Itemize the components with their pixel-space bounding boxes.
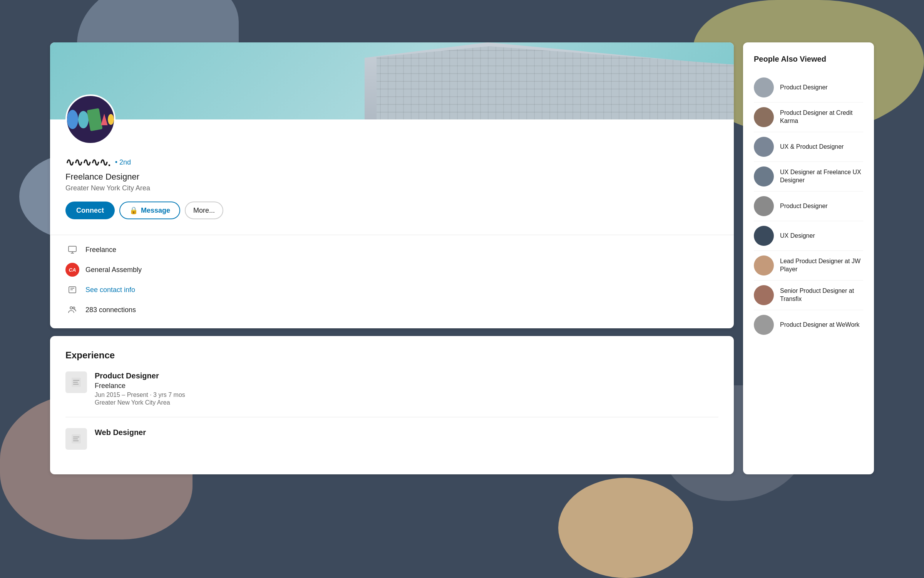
person-item-7[interactable]: Senior Product Designer at Transfix (754, 281, 863, 310)
person-name-5: UX Designer (780, 232, 815, 240)
exp-title-2: Web Designer (95, 428, 146, 437)
profile-title: Freelance Designer (65, 172, 718, 182)
profile-name-row: ∿∿∿∿∿. • 2nd (65, 156, 718, 169)
svg-rect-7 (73, 384, 79, 385)
svg-rect-11 (73, 440, 79, 441)
contact-link[interactable]: See contact info (85, 286, 135, 294)
person-avatar-3 (754, 166, 774, 187)
person-avatar-7 (754, 285, 774, 305)
freelance-row: Freelance (65, 243, 718, 257)
avatar (65, 94, 116, 144)
svg-rect-6 (73, 382, 78, 383)
avatar-shape-yellow (108, 114, 114, 125)
person-avatar-6 (754, 255, 774, 276)
person-item-5[interactable]: UX Designer (754, 221, 863, 251)
experience-title: Experience (65, 350, 718, 361)
connection-badge: • 2nd (115, 158, 131, 166)
more-button[interactable]: More... (185, 202, 223, 219)
contact-icon (65, 283, 79, 297)
profile-info: ∿∿∿∿∿. • 2nd Freelance Designer Greater … (50, 156, 734, 235)
svg-point-3 (73, 307, 75, 309)
person-item-6[interactable]: Lead Product Designer at JW Player (754, 251, 863, 281)
message-button[interactable]: 🔒 Message (119, 202, 180, 219)
profile-avatar-container (50, 94, 734, 156)
person-avatar-4 (754, 196, 774, 216)
exp-logo-1 (65, 371, 87, 393)
person-avatar-1 (754, 107, 774, 127)
person-avatar-2 (754, 137, 774, 157)
experience-card: Experience Product Designer Freelance Ju… (50, 336, 734, 474)
main-container: ∿∿∿∿∿. • 2nd Freelance Designer Greater … (50, 42, 874, 474)
people-also-viewed-title: People Also Viewed (754, 55, 863, 64)
svg-rect-9 (73, 437, 79, 437)
svg-rect-10 (73, 439, 78, 439)
person-avatar-8 (754, 315, 774, 335)
experience-item-1: Product Designer Freelance Jun 2015 – Pr… (65, 371, 718, 417)
avatar-shape-blue (67, 110, 78, 129)
company-label: General Assembly (85, 266, 142, 274)
connections-icon (65, 303, 79, 317)
person-name-0: Product Designer (780, 84, 828, 92)
contact-row[interactable]: See contact info (65, 283, 718, 297)
person-item-1[interactable]: Product Designer at Credit Karma (754, 102, 863, 132)
person-avatar-5 (754, 226, 774, 246)
exp-title-1: Product Designer (95, 371, 185, 380)
person-name-6: Lead Product Designer at JW Player (780, 257, 863, 274)
avatar-shape-green (87, 108, 102, 131)
profile-sidebar-info: Freelance CA General Assembly See contac… (50, 235, 734, 328)
person-item-0[interactable]: Product Designer (754, 73, 863, 102)
company-row: CA General Assembly (65, 263, 718, 277)
person-name-4: Product Designer (780, 202, 828, 210)
person-name-2: UX & Product Designer (780, 143, 844, 151)
profile-name: ∿∿∿∿∿. (65, 156, 110, 169)
person-name-8: Product Designer at WeWork (780, 321, 860, 329)
message-icon: 🔒 (129, 206, 138, 215)
svg-rect-5 (73, 380, 79, 381)
exp-location-1: Greater New York City Area (95, 399, 185, 406)
bg-blob-5 (558, 478, 693, 578)
connections-row: 283 connections (65, 303, 718, 317)
exp-details-2: Web Designer (95, 428, 146, 450)
exp-duration-1: Jun 2015 – Present · 3 yrs 7 mos (95, 391, 185, 398)
svg-point-2 (70, 307, 72, 309)
connections-label: 283 connections (85, 306, 136, 314)
exp-logo-2 (65, 428, 87, 450)
person-name-3: UX Designer at Freelance UX Designer (780, 168, 863, 185)
person-item-4[interactable]: Product Designer (754, 192, 863, 221)
exp-details-1: Product Designer Freelance Jun 2015 – Pr… (95, 371, 185, 406)
svg-rect-0 (69, 246, 76, 252)
avatar-shape-cyan (78, 111, 88, 128)
profile-location: Greater New York City Area (65, 184, 718, 192)
exp-company-1: Freelance (95, 382, 185, 390)
profile-card: ∿∿∿∿∿. • 2nd Freelance Designer Greater … (50, 42, 734, 328)
profile-actions: Connect 🔒 Message More... (65, 202, 718, 219)
person-name-7: Senior Product Designer at Transfix (780, 287, 863, 303)
person-item-2[interactable]: UX & Product Designer (754, 132, 863, 162)
person-item-3[interactable]: UX Designer at Freelance UX Designer (754, 162, 863, 192)
people-also-viewed-panel: People Also Viewed Product DesignerProdu… (743, 42, 874, 474)
freelance-label: Freelance (85, 246, 116, 254)
experience-item-2: Web Designer (65, 428, 718, 460)
person-item-8[interactable]: Product Designer at WeWork (754, 310, 863, 339)
avatar-shape-pink (101, 114, 108, 125)
person-avatar-0 (754, 77, 774, 97)
people-list: Product DesignerProduct Designer at Cred… (754, 73, 863, 339)
freelance-icon (65, 243, 79, 257)
profile-section: ∿∿∿∿∿. • 2nd Freelance Designer Greater … (50, 42, 734, 474)
person-name-1: Product Designer at Credit Karma (780, 109, 863, 125)
connect-button[interactable]: Connect (65, 202, 115, 219)
ga-icon: CA (65, 263, 79, 277)
